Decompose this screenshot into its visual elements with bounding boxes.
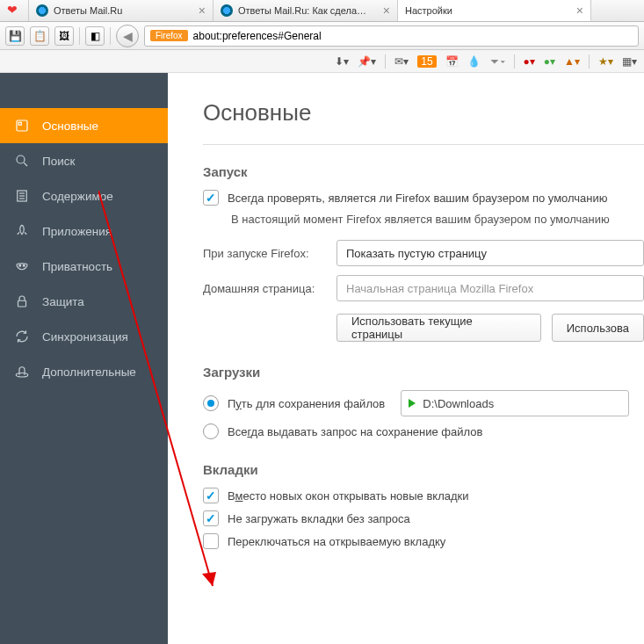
default-browser-checkbox[interactable] (203, 190, 219, 206)
hat-icon (14, 364, 30, 380)
default-browser-status: В настоящий момент Firefox является ваши… (231, 213, 644, 226)
homepage-label: Домашняя страница: (203, 282, 328, 295)
pin-icon[interactable]: 📌▾ (358, 55, 376, 68)
tab-label: Настройки (405, 5, 452, 16)
switch-to-checkbox[interactable] (203, 533, 219, 549)
radio-label: Путь для сохранения файлов (228, 397, 385, 410)
search-icon (14, 153, 30, 169)
heart-icon: ❤ (7, 4, 21, 18)
tab-label: Ответы Mail.Ru (54, 5, 122, 16)
use-current-pages-button[interactable]: Использовать текущие страницы (336, 314, 541, 342)
record-icon[interactable]: ●▾ (524, 55, 535, 68)
sidebar-item-label: Дополнительные (42, 365, 136, 379)
svg-rect-10 (18, 300, 26, 307)
mask-icon (14, 258, 30, 274)
sidebar-item-label: Защита (42, 295, 84, 308)
tab-mailru-2[interactable]: Ответы Mail.Ru: Как сдела…× (213, 0, 398, 21)
star-icon[interactable]: ★▾ (598, 55, 613, 68)
tab-mailru-1[interactable]: Ответы Mail.Ru× (29, 0, 213, 21)
sidebar-item-label: Основные (42, 119, 98, 133)
sidebar-item-general[interactable]: Основные (0, 108, 168, 143)
save-to-radio[interactable] (203, 395, 219, 411)
address-bar[interactable]: Firefox about:preferences#General (144, 25, 639, 47)
homepage-input[interactable]: Начальная страница Mozilla Firefox (336, 275, 644, 301)
tab-label: Ответы Mail.Ru: Как сдела… (238, 5, 366, 16)
lock-icon (14, 293, 30, 309)
address-text: about:preferences#General (193, 30, 322, 42)
window-icon[interactable]: ◧ (85, 26, 105, 46)
grid-icon[interactable]: ▦▾ (622, 55, 637, 68)
checkbox-label: Переключаться на открываемую вкладку (228, 535, 445, 548)
svg-point-9 (23, 264, 25, 266)
page-title: Основные (203, 99, 644, 127)
checkbox-label: Вместо новых окон открывать новые вкладк… (228, 489, 469, 503)
sidebar-item-sync[interactable]: Синхронизация (0, 319, 168, 354)
dont-load-checkbox[interactable] (203, 510, 219, 526)
mailru-icon (36, 4, 48, 17)
open-in-tabs-checkbox[interactable] (203, 488, 219, 503)
sidebar-item-label: Поиск (42, 155, 75, 168)
sidebar-item-search[interactable]: Поиск (0, 143, 168, 178)
sidebar-item-privacy[interactable]: Приватность (0, 249, 168, 284)
checkbox-label: Всегда проверять, является ли Firefox ва… (228, 192, 608, 205)
triangle-icon[interactable]: ▲▾ (564, 55, 580, 68)
tab-favorite[interactable]: ❤ (0, 0, 29, 21)
section-tabs: Вкладки (203, 462, 644, 477)
back-button[interactable]: ◀ (116, 25, 139, 47)
tab-settings[interactable]: Настройки× (398, 0, 591, 21)
sidebar-item-advanced[interactable]: Дополнительные (0, 354, 168, 389)
calendar-icon[interactable]: 📅 (445, 55, 459, 68)
svg-line-3 (24, 163, 27, 166)
when-start-label: При запуске Firefox: (203, 247, 328, 260)
radio-label: Всегда выдавать запрос на сохранение фай… (228, 425, 482, 438)
dot-icon[interactable]: ●▾ (544, 55, 555, 68)
general-icon (14, 118, 30, 134)
drop-icon[interactable]: 💧 (467, 55, 481, 68)
svg-point-11 (16, 373, 28, 378)
checkbox-label: Не загружать вкладки без запроса (228, 512, 410, 525)
download-icon[interactable]: ⬇▾ (335, 55, 349, 68)
secondary-toolbar: ⬇▾ 📌▾ ✉▾ 15 📅 💧 ⏷▾ ●▾ ●▾ ▲▾ ★▾ ▦▾ (0, 50, 644, 73)
sidebar-item-label: Приватность (42, 260, 112, 273)
sidebar-item-label: Содержимое (42, 190, 113, 203)
main-toolbar: 💾 📋 🖼 ◧ ◀ Firefox about:preferences#Gene… (0, 22, 644, 50)
section-downloads: Загрузки (203, 365, 644, 380)
copy-icon[interactable]: 📋 (30, 26, 49, 46)
rocket-icon (14, 223, 30, 239)
close-icon[interactable]: × (199, 4, 206, 18)
svg-rect-1 (18, 122, 21, 125)
download-path[interactable]: D:\Downloads (401, 390, 629, 416)
always-ask-radio[interactable] (203, 423, 219, 439)
sync-icon (14, 329, 30, 344)
sidebar-item-security[interactable]: Защита (0, 284, 168, 319)
mailru-icon (221, 4, 233, 17)
content-icon (14, 188, 30, 204)
filter-icon[interactable]: ⏷▾ (489, 55, 505, 68)
firefox-badge: Firefox (150, 30, 188, 41)
when-start-select[interactable]: Показать пустую страницу (336, 240, 644, 266)
browser-tabstrip: ❤ Ответы Mail.Ru× Ответы Mail.Ru: Как сд… (0, 0, 644, 22)
badge-count[interactable]: 15 (417, 55, 436, 68)
sidebar-item-apps[interactable]: Приложения (0, 213, 168, 249)
close-icon[interactable]: × (576, 4, 583, 18)
sidebar-item-label: Синхронизация (42, 330, 128, 344)
settings-content: Основные Запуск Всегда проверять, являет… (168, 73, 644, 644)
sidebar-item-label: Приложения (42, 225, 112, 238)
sidebar-item-content[interactable]: Содержимое (0, 178, 168, 213)
use-bookmark-button[interactable]: Использова (552, 314, 644, 342)
main-area: Основные Поиск Содержимое Приложения При… (0, 73, 644, 644)
image-icon[interactable]: 🖼 (54, 26, 74, 46)
mail-icon[interactable]: ✉▾ (394, 55, 409, 68)
section-startup: Запуск (203, 164, 644, 179)
settings-sidebar: Основные Поиск Содержимое Приложения При… (0, 73, 168, 644)
close-icon[interactable]: × (383, 4, 390, 18)
play-icon (409, 399, 416, 408)
save-icon[interactable]: 💾 (5, 26, 25, 46)
svg-point-2 (17, 156, 25, 163)
divider (203, 144, 644, 145)
svg-point-8 (19, 264, 21, 266)
